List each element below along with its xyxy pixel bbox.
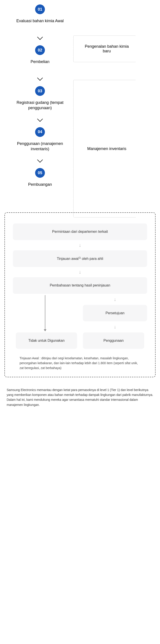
arrow-down-icon: ↓ [13,240,147,250]
connector-2 [0,70,80,86]
chevron-down-icon [37,34,43,40]
card-initial-review-pre: Tinjauan awal [57,257,79,260]
card-approve: Persetujuan [83,305,147,321]
step-03: 03 Registrasi gudang (tempat penggunaan) [0,86,80,111]
step-04: 04 Penggunaan (manajemen inventaris) [0,127,80,152]
card-approve-text: Persetujuan [106,311,124,315]
card-initial-review: Tinjauan awal1) oleh para ahli [13,250,147,267]
step-05-badge: 05 [35,168,45,178]
chevron-down-icon [37,116,43,122]
side-label-intro: Pengenalan bahan kimia baru [73,36,135,62]
step-05: 05 Pembuangan [0,168,80,192]
chevron-down-icon [37,157,43,162]
step-04-title: Penggunaan (manajemen inventaris) [7,141,73,152]
long-arrow-down-icon [45,295,45,331]
card-request-text: Permintaan dari departemen terkait [52,230,108,234]
step-02-badge: 02 [35,45,45,55]
chevron-down-icon [37,75,43,80]
side-label-inventory-text: Manajemen inventaris [87,146,126,151]
step-03-title: Registrasi gudang (tempat penggunaan) [7,100,73,111]
card-use-text: Penggunaan [104,339,124,342]
connector-1 [0,29,80,45]
reject-column [13,294,77,332]
step-05-title: Pembuangan [7,182,73,192]
review-detail-panel: Permintaan dari departemen terkait ↓ Tin… [5,212,155,377]
side-label-inventory: Manajemen inventaris [73,80,135,218]
card-initial-review-post: oleh para ahli [81,257,103,260]
arrow-down-icon: ↓ [83,294,147,305]
step-03-badge: 03 [35,86,45,96]
connector-4 [0,152,80,168]
card-reject-text: Tidak untuk Digunakan [28,339,64,342]
step-01: 01 Evaluasi bahan kimia Awal [0,4,80,29]
arrow-down-icon: ↓ [83,321,147,332]
card-reject: Tidak untuk Digunakan [16,332,77,349]
decision-split: ↓ Persetujuan ↓ [13,294,147,332]
main-process-flow: 01 Evaluasi bahan kimia Awal 02 Pembelia… [0,0,80,206]
step-04-badge: 04 [35,127,45,137]
card-request: Permintaan dari departemen terkait [13,224,147,240]
bottom-disclosure: Samsung Electronics memantau dengan keta… [7,388,153,408]
side-label-intro-text: Pengenalan bahan kimia baru [80,44,133,54]
step-01-badge: 01 [35,4,45,14]
step-02: 02 Pembelian [0,45,80,70]
card-discussion-text: Pembahasan tentang hasil peninjauan [50,284,110,287]
footnote-initial-review: Tinjauan Awal : ditinjau dari segi kesel… [20,356,140,370]
card-initial-review-sup: 1) [79,256,81,259]
arrow-down-icon: ↓ [13,267,147,277]
approve-column: ↓ Persetujuan ↓ [83,294,147,332]
connector-3 [0,111,80,127]
step-02-title: Pembelian [7,59,73,70]
step-01-title: Evaluasi bahan kimia Awal [7,18,73,29]
card-use: Penggunaan [83,332,144,349]
card-discussion: Pembahasan tentang hasil peninjauan [13,277,147,294]
outcome-row: Tidak untuk Digunakan Penggunaan [13,332,147,349]
